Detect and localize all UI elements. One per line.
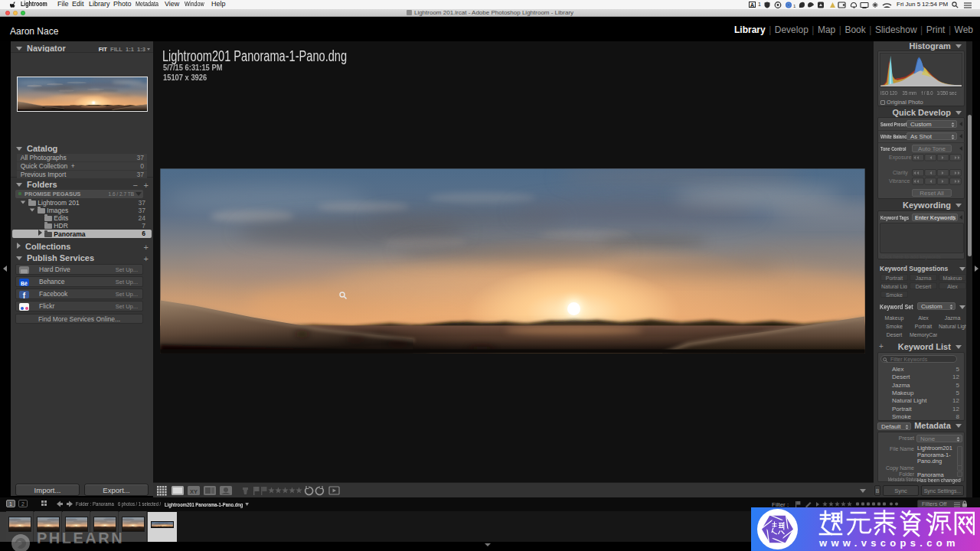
svg-text:XY: XY <box>190 488 198 495</box>
svg-text:1: 1 <box>793 3 796 8</box>
